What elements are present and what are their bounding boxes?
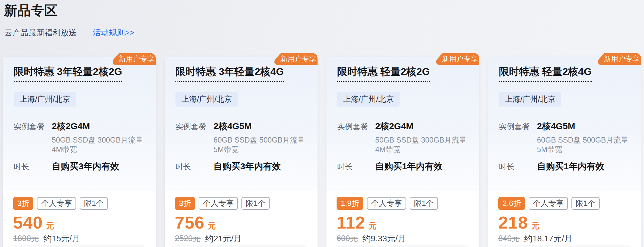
price-value: 218: [498, 214, 528, 231]
product-card[interactable]: 新用户专享 限时特惠 3年轻量2核4G 上海/广州/北京 实例套餐 2核4G5M…: [165, 57, 318, 247]
ribbon-label: 新用户专享: [435, 53, 479, 65]
personal-badge: 个人专享: [367, 197, 406, 210]
spec-detail: 60GB SSD盘 500GB月流量 5M带宽: [537, 135, 630, 154]
monthly-price: 约21元/月: [205, 234, 242, 243]
new-user-ribbon: 新用户专享: [111, 53, 156, 65]
instance-spec-row: 实例套餐 2核2G4M 50GB SSD盘 300GB月流量 4M带宽: [337, 120, 469, 154]
price-row: 218 元: [498, 214, 631, 231]
badge-row: 3折 个人专享 限1个: [175, 197, 307, 210]
limit-badge: 限1个: [571, 197, 599, 210]
limit-badge: 限1个: [241, 197, 269, 210]
region-tag: 上海/广州/北京: [14, 92, 76, 107]
monthly-price: 约18.17元/月: [524, 234, 572, 243]
card-price-section: 3折 个人专享 限1个 540 元 1800元 约15元/月: [3, 191, 156, 247]
discount-badge: 3折: [13, 197, 33, 210]
product-card-list: 新用户专享 限时特惠 3年轻量2核2G 上海/广州/北京 实例套餐 2核2G4M…: [0, 57, 644, 247]
instance-spec-row: 实例套餐 2核4G5M 60GB SSD盘 500GB月流量 5M带宽: [175, 120, 307, 154]
new-user-ribbon: 新用户专享: [596, 53, 641, 65]
badge-row: 2.6折 个人专享 限1个: [498, 197, 631, 210]
product-card[interactable]: 新用户专享 限时特惠 轻量2核4G 上海/广州/北京 实例套餐 2核4G5M 6…: [488, 57, 641, 247]
spec-value: 2核4G5M: [537, 120, 630, 132]
discount-badge: 3折: [175, 197, 195, 210]
original-price-row: 600元 约9.33元/月: [337, 234, 469, 243]
card-title: 限时特惠 轻量2核2G: [337, 65, 469, 78]
spec-detail: 50GB SSD盘 300GB月流量 4M带宽: [52, 135, 145, 154]
new-user-ribbon: 新用户专享: [273, 53, 318, 65]
price-row: 756 元: [175, 214, 307, 231]
buy-button[interactable]: [13, 245, 146, 247]
duration-row: 时长 自购买3年内有效: [14, 160, 145, 173]
spec-detail: 50GB SSD盘 300GB月流量 4M带宽: [375, 135, 469, 154]
card-price-section: 3折 个人专享 限1个 756 元 2520元 约21元/月: [165, 191, 318, 247]
limit-badge: 限1个: [80, 197, 108, 210]
activity-rules-link[interactable]: 活动规则>>: [93, 27, 134, 38]
card-title: 限时特惠 3年轻量2核4G: [175, 65, 307, 78]
instance-spec-row: 实例套餐 2核4G5M 60GB SSD盘 500GB月流量 5M带宽: [499, 120, 630, 154]
duration-value: 自购买3年内有效: [213, 160, 281, 173]
badge-row: 1.9折 个人专享 限1个: [337, 197, 469, 210]
duration-label: 时长: [175, 160, 213, 173]
duration-row: 时长 自购买3年内有效: [175, 160, 307, 173]
price-row: 540 元: [13, 214, 146, 231]
card-price-section: 2.6折 个人专享 限1个 218 元 840元 约18.17元/月: [488, 191, 641, 247]
card-top-section: 限时特惠 3年轻量2核2G 上海/广州/北京 实例套餐 2核2G4M 50GB …: [3, 57, 156, 191]
spec-label: 实例套餐: [14, 120, 52, 154]
ribbon-label: 新用户专享: [273, 53, 318, 65]
duration-row: 时长 自购买1年内有效: [337, 160, 469, 173]
price-row: 112 元: [337, 214, 469, 231]
region-tag: 上海/广州/北京: [499, 92, 561, 107]
product-card[interactable]: 新用户专享 限时特惠 3年轻量2核2G 上海/广州/北京 实例套餐 2核2G4M…: [3, 57, 156, 247]
discount-badge: 1.9折: [337, 197, 363, 210]
card-top-section: 限时特惠 3年轻量2核4G 上海/广州/北京 实例套餐 2核4G5M 60GB …: [165, 57, 318, 191]
duration-label: 时长: [14, 160, 52, 173]
card-title: 限时特惠 3年轻量2核2G: [14, 65, 145, 78]
personal-badge: 个人专享: [199, 197, 238, 210]
buy-button[interactable]: [498, 245, 631, 247]
limit-badge: 限1个: [410, 197, 438, 210]
card-title: 限时特惠 轻量2核4G: [499, 65, 630, 78]
page-subtitle: 云产品最新福利放送: [4, 27, 77, 38]
new-user-ribbon: 新用户专享: [435, 53, 479, 65]
monthly-price: 约15元/月: [43, 234, 80, 243]
original-price: 1800元: [13, 234, 39, 243]
monthly-price: 约9.33元/月: [362, 234, 406, 243]
badge-row: 3折 个人专享 限1个: [13, 197, 146, 210]
subtitle-row: 云产品最新福利放送 活动规则>>: [4, 27, 134, 38]
original-price: 840元: [498, 234, 520, 243]
spec-value: 2核2G4M: [52, 120, 145, 132]
card-price-section: 1.9折 个人专享 限1个 112 元 600元 约9.33元/月: [326, 191, 479, 247]
product-card[interactable]: 新用户专享 限时特惠 轻量2核2G 上海/广州/北京 实例套餐 2核2G4M 5…: [326, 57, 479, 247]
price-currency: 元: [208, 221, 216, 231]
price-currency: 元: [531, 221, 539, 231]
region-tag: 上海/广州/北京: [175, 92, 238, 107]
ribbon-label: 新用户专享: [596, 53, 641, 65]
duration-value: 自购买1年内有效: [375, 160, 443, 173]
personal-badge: 个人专享: [37, 197, 76, 210]
duration-value: 自购买1年内有效: [537, 160, 604, 173]
duration-label: 时长: [337, 160, 375, 173]
spec-label: 实例套餐: [337, 120, 375, 154]
original-price-row: 2520元 约21元/月: [175, 234, 307, 243]
page-title: 新品专区: [4, 2, 58, 19]
ribbon-label: 新用户专享: [111, 53, 156, 65]
price-currency: 元: [369, 221, 377, 231]
buy-button[interactable]: [175, 245, 307, 247]
spec-label: 实例套餐: [499, 120, 537, 154]
price-currency: 元: [46, 221, 54, 231]
original-price-row: 1800元 约15元/月: [13, 234, 146, 243]
price-value: 112: [337, 214, 365, 231]
price-value: 540: [13, 214, 43, 231]
spec-value: 2核4G5M: [213, 120, 307, 132]
spec-label: 实例套餐: [175, 120, 213, 154]
duration-row: 时长 自购买1年内有效: [499, 160, 630, 173]
duration-label: 时长: [499, 160, 537, 173]
instance-spec-row: 实例套餐 2核2G4M 50GB SSD盘 300GB月流量 4M带宽: [14, 120, 145, 154]
price-value: 756: [175, 214, 205, 231]
buy-button[interactable]: [337, 245, 469, 247]
original-price: 600元: [337, 234, 358, 243]
region-tag: 上海/广州/北京: [337, 92, 400, 107]
card-top-section: 限时特惠 轻量2核4G 上海/广州/北京 实例套餐 2核4G5M 60GB SS…: [488, 57, 641, 191]
original-price-row: 840元 约18.17元/月: [498, 234, 631, 243]
spec-value: 2核2G4M: [375, 120, 469, 132]
spec-detail: 60GB SSD盘 500GB月流量 5M带宽: [213, 135, 307, 154]
